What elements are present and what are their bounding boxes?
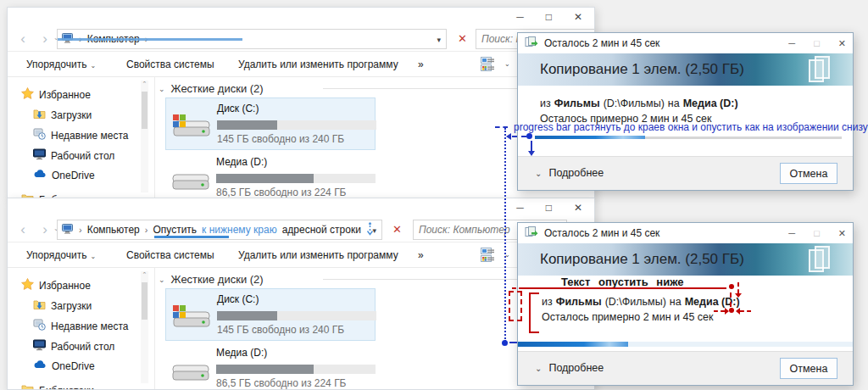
maximize-button[interactable]: □ <box>546 200 552 215</box>
sidebar-item-desktop[interactable]: Рабочий стол <box>33 339 114 354</box>
address-dropdown-icon[interactable]: ▾ <box>372 226 376 235</box>
cancel-button[interactable]: Отмена <box>780 163 837 184</box>
star-icon <box>21 87 34 102</box>
stop-button[interactable]: ✕ <box>392 223 402 236</box>
copy-pages-icon <box>807 56 836 83</box>
address-bar[interactable]: › Компьютер › Опустить к нижнему краю ад… <box>57 220 382 240</box>
uninstall-program-button[interactable]: Удалить или изменить программу <box>238 58 398 70</box>
drive-free-space: 86,5 ГБ свободно из 224 ГБ <box>216 187 347 198</box>
sidebar-item-recent[interactable]: Недавние места <box>33 128 128 142</box>
sidebar-item-onedrive[interactable]: OneDrive <box>33 169 95 181</box>
capacity-bar-fill <box>217 311 277 320</box>
system-properties-button[interactable]: Свойства системы <box>126 249 214 261</box>
chevron-down-icon: ⌄ <box>90 62 96 70</box>
sidebar-label: OneDrive <box>52 170 95 181</box>
organize-menu[interactable]: Упорядочить⌄ <box>26 58 96 70</box>
command-bar: Упорядочить⌄ Свойства системы Удалить ил… <box>8 242 594 268</box>
collapse-icon[interactable]: ⌄ <box>159 85 165 93</box>
dialog-title: Осталось 2 мин и 45 сек <box>544 227 659 239</box>
dialog-titlebar[interactable]: Осталось 2 мин и 45 сек ─ □ ✕ <box>518 223 853 243</box>
scroll-up-icon[interactable]: ⌃ <box>141 271 148 278</box>
time-remaining: Осталось примерно 2 мин и 45 сек <box>540 113 712 125</box>
sidebar-label: Загрузки <box>51 300 92 312</box>
uninstall-program-button[interactable]: Удалить или изменить программу <box>238 249 398 261</box>
view-dropdown-icon[interactable]: ⌄ <box>504 251 510 259</box>
sidebar-item-favorites[interactable]: Избранное <box>21 87 91 102</box>
close-button[interactable]: ✕ <box>574 9 582 25</box>
sidebar-label: OneDrive <box>52 360 95 372</box>
hard-drive-windows-icon <box>171 298 210 335</box>
close-button[interactable]: ✕ <box>838 228 846 239</box>
minimize-button[interactable]: ─ <box>516 9 524 25</box>
sidebar-scrollbar[interactable]: ⌃ <box>141 81 148 192</box>
sidebar-item-downloads[interactable]: Загрузки <box>33 298 92 313</box>
view-dropdown-icon[interactable]: ⌄ <box>504 60 510 68</box>
scrollbar-thumb[interactable] <box>142 282 147 320</box>
copy-progress-bar <box>518 342 853 347</box>
chevron-down-icon: ⌄ <box>535 364 542 373</box>
group-header-hard-disks[interactable]: ⌄ Жесткие диски (2) <box>159 273 264 286</box>
minimize-button[interactable]: ─ <box>516 200 524 215</box>
sidebar-item-recent[interactable]: Недавние места <box>33 319 128 333</box>
capacity-bar-fill <box>217 120 277 130</box>
address-dropdown-icon[interactable]: ▾ <box>437 36 441 44</box>
copy-files-icon <box>525 226 538 240</box>
star-icon <box>21 278 34 292</box>
titlebar[interactable]: ─ □ ✕ <box>8 198 594 217</box>
dialog-titlebar[interactable]: Осталось 2 мин и 45 сек ─ □ ✕ <box>518 33 853 53</box>
copy-header-label: Копирование 1 элем. (2,50 ГБ) <box>540 251 744 268</box>
change-view-button[interactable] <box>481 248 497 265</box>
details-expander[interactable]: ⌄ Подробнее <box>535 167 604 179</box>
maximize-button[interactable]: □ <box>814 228 820 239</box>
back-button[interactable]: ‹ <box>14 30 31 48</box>
system-properties-button[interactable]: Свойства системы <box>126 58 214 70</box>
more-commands-button[interactable]: » <box>418 249 424 261</box>
sidebar-label: Библиотеки <box>39 385 94 390</box>
collapse-icon[interactable]: ⌄ <box>159 276 165 284</box>
group-header-label: Жесткие диски (2) <box>171 82 264 95</box>
sidebar-item-desktop[interactable]: Рабочий стол <box>33 148 114 163</box>
drive-item-c[interactable]: Диск (C:) 145 ГБ свободно из 240 ГБ <box>165 288 376 341</box>
minimize-button[interactable]: ─ <box>788 38 795 49</box>
sidebar-label: Рабочий стол <box>51 150 114 162</box>
sidebar-label: Рабочий стол <box>51 341 114 353</box>
sidebar-label: Недавние места <box>51 320 128 332</box>
scroll-up-icon[interactable]: ⌃ <box>141 81 148 87</box>
sidebar-item-favorites[interactable]: Избранное <box>21 278 91 292</box>
address-bar[interactable]: › Компьютер › ▾ <box>57 29 447 49</box>
minimize-button[interactable]: ─ <box>788 228 795 239</box>
close-button[interactable]: ✕ <box>574 200 582 215</box>
stop-button[interactable]: ✕ <box>458 32 467 45</box>
close-button[interactable]: ✕ <box>838 38 846 49</box>
cancel-button[interactable]: Отмена <box>780 358 837 379</box>
sidebar-item-downloads[interactable]: Загрузки <box>33 108 92 122</box>
titlebar[interactable]: ─ □ ✕ <box>8 8 594 26</box>
forward-button[interactable]: › <box>36 220 53 239</box>
desktop-monitor-icon <box>33 339 46 354</box>
more-commands-button[interactable]: » <box>418 58 424 70</box>
pane-divider <box>154 77 155 198</box>
drive-item-d[interactable]: Медиа (D:) 86,5 ГБ свободно из 224 ГБ <box>165 343 376 390</box>
group-header-hard-disks[interactable]: ⌄ Жесткие диски (2) <box>159 82 264 95</box>
sidebar-item-onedrive[interactable]: OneDrive <box>33 359 95 372</box>
details-expander[interactable]: ⌄ Подробнее <box>535 362 604 374</box>
downloads-folder-icon <box>33 298 46 313</box>
drive-item-c[interactable]: Диск (C:) 145 ГБ свободно из 240 ГБ <box>165 98 376 150</box>
progress-fill <box>535 136 645 139</box>
breadcrumb-computer[interactable]: Компьютер <box>87 224 140 236</box>
drive-name: Медиа (D:) <box>216 156 267 168</box>
sidebar-item-libraries[interactable]: Библиотеки <box>21 383 94 390</box>
copy-progress-bar <box>535 136 842 139</box>
forward-button[interactable]: › <box>36 30 53 48</box>
drive-item-d[interactable]: Медиа (D:) 86,5 ГБ свободно из 224 ГБ <box>165 152 376 198</box>
desktop-monitor-icon <box>33 148 46 163</box>
change-view-button[interactable] <box>481 57 497 74</box>
scrollbar-thumb[interactable] <box>142 92 147 129</box>
navigation-bar: ‹ › ⌄ › Компьютер › Опустить к нижнему к… <box>8 217 594 242</box>
organize-menu[interactable]: Упорядочить⌄ <box>26 249 96 261</box>
copy-header: Копирование 1 элем. (2,50 ГБ) <box>518 243 853 276</box>
sidebar-scrollbar[interactable]: ⌃ <box>141 271 148 383</box>
back-button[interactable]: ‹ <box>14 220 31 239</box>
maximize-button[interactable]: □ <box>546 9 552 25</box>
maximize-button[interactable]: □ <box>814 38 820 49</box>
